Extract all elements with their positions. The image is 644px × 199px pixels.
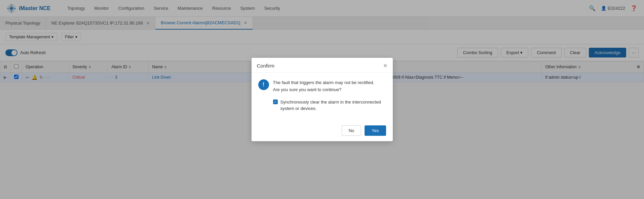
confirm-modal: Confirm ✕ ! The fault that triggers the … [252, 58, 393, 82]
modal-overlay[interactable]: Confirm ✕ ! The fault that triggers the … [0, 0, 644, 82]
modal-message-line1: The fault that triggers the alarm may no… [273, 80, 374, 82]
info-icon-circle: ! [258, 79, 269, 82]
modal-message-text: The fault that triggers the alarm may no… [273, 79, 374, 82]
modal-close-button[interactable]: ✕ [383, 63, 387, 69]
modal-header: Confirm ✕ [252, 58, 393, 73]
modal-message-row: ! The fault that triggers the alarm may … [258, 79, 386, 82]
modal-body: ! The fault that triggers the alarm may … [252, 73, 393, 82]
modal-title: Confirm [257, 63, 275, 69]
